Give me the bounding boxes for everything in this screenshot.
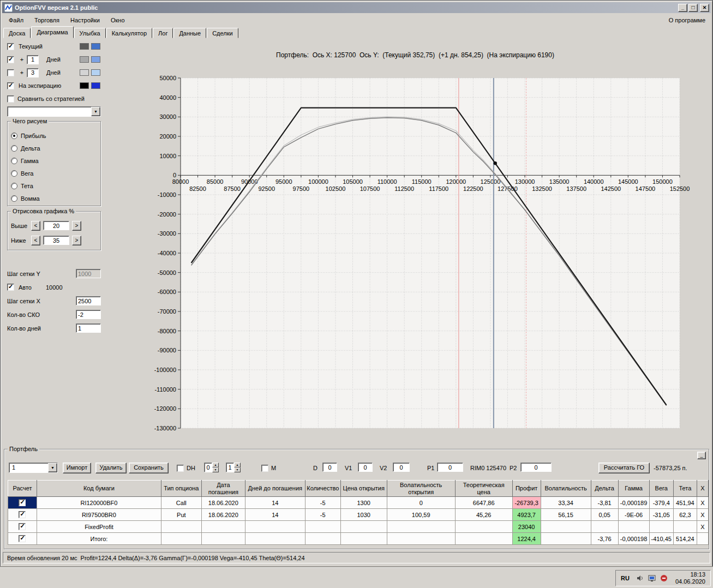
row-select-cell[interactable]: [8, 521, 37, 533]
dh-spin1-input[interactable]: [204, 463, 212, 472]
increase-button[interactable]: [72, 236, 81, 245]
auto-checkbox[interactable]: [7, 284, 14, 291]
v2-input[interactable]: [393, 463, 410, 472]
rim-price-label: RIM0 125470: [470, 463, 506, 473]
days-input[interactable]: [27, 68, 39, 77]
tab-диаграмма[interactable]: Диаграмма: [31, 26, 73, 38]
spin-down-button[interactable]: [212, 467, 219, 472]
display-icon[interactable]: [648, 574, 656, 582]
menu-item[interactable]: Настройки: [65, 15, 105, 25]
maximize-button[interactable]: [688, 4, 698, 12]
draw-option[interactable]: Дельта: [11, 142, 97, 154]
draw-option[interactable]: Тета: [11, 179, 97, 192]
delete-button[interactable]: Удалить: [95, 463, 127, 473]
dropdown-arrow-icon[interactable]: [48, 463, 57, 472]
draw-option[interactable]: Вомма: [11, 192, 97, 205]
increase-button[interactable]: [72, 221, 81, 231]
tab-сделки[interactable]: Сделки: [207, 28, 238, 38]
svg-text:97500: 97500: [293, 185, 310, 192]
dropdown-arrow-icon[interactable]: [91, 107, 100, 116]
tab-данные[interactable]: Данные: [173, 28, 206, 38]
minimize-button[interactable]: [678, 4, 687, 12]
portfolio-selector[interactable]: 1: [9, 463, 58, 473]
row-delete-button[interactable]: X: [697, 521, 708, 533]
svg-text:150000: 150000: [652, 178, 673, 185]
p2-input[interactable]: [520, 463, 552, 472]
d-input[interactable]: [322, 463, 337, 472]
compare-strategy-label: Сравнить со стратегией: [17, 95, 85, 102]
radio-label: Тета: [21, 183, 33, 189]
series-visibility-checkbox[interactable]: [7, 43, 14, 50]
decrease-button[interactable]: [31, 221, 40, 231]
tab-лог[interactable]: Лог: [153, 28, 173, 38]
row-checkbox[interactable]: [19, 523, 26, 530]
p1-input[interactable]: [437, 463, 463, 472]
column-header: Тета: [673, 481, 697, 497]
row-checkbox[interactable]: [19, 511, 26, 518]
row-checkbox[interactable]: [19, 499, 26, 506]
draw-option[interactable]: Гамма: [11, 154, 97, 167]
cell: [201, 533, 245, 545]
dh-checkbox[interactable]: [177, 465, 184, 472]
tab-калькулятор[interactable]: Калькулятор: [106, 28, 152, 38]
decrease-button[interactable]: [31, 236, 40, 245]
close-button[interactable]: [700, 4, 709, 12]
row-checkbox[interactable]: [19, 535, 26, 542]
menu-item[interactable]: Файл: [3, 15, 29, 25]
series-visibility-checkbox[interactable]: [7, 69, 14, 76]
svg-text:102500: 102500: [326, 185, 346, 192]
cell: [541, 521, 591, 533]
menu-about[interactable]: О программе: [664, 15, 710, 25]
strategy-dropdown[interactable]: [7, 106, 101, 117]
menu-item[interactable]: Торговля: [29, 15, 65, 25]
days-input[interactable]: [27, 55, 39, 64]
row-delete-button[interactable]: X: [697, 509, 708, 521]
row-select-cell[interactable]: [8, 533, 37, 545]
tray-clock[interactable]: 18:13 04.06.2020: [675, 571, 705, 585]
column-header: Дней до погашения: [245, 481, 305, 497]
range-above-input[interactable]: [43, 221, 69, 230]
row-select-cell[interactable]: [8, 497, 37, 509]
draw-option[interactable]: Вега: [11, 167, 97, 179]
cell: [201, 521, 245, 533]
row-select-cell[interactable]: [8, 509, 37, 521]
grid-x-input[interactable]: [76, 296, 101, 305]
color-swatch: [80, 82, 89, 89]
v1-input[interactable]: [358, 463, 373, 472]
profit-chart[interactable]: 50000400003000020000100000-10000-20000-3…: [137, 71, 693, 448]
collapse-button[interactable]: _: [697, 452, 706, 459]
calc-margin-button[interactable]: Рассчитать ГО: [598, 463, 650, 473]
speaker-icon[interactable]: [636, 574, 644, 582]
series-visibility-checkbox[interactable]: [7, 82, 14, 89]
m-checkbox[interactable]: [261, 465, 268, 472]
portfolio-table: РасчетКод бумагиТип опционаДата погашени…: [8, 480, 709, 545]
sko-input[interactable]: [76, 310, 101, 319]
cell: 514,24: [673, 533, 697, 545]
spin-up-button[interactable]: [234, 463, 241, 467]
cell: [649, 521, 673, 533]
spin-up-button[interactable]: [212, 463, 219, 467]
series-visibility-checkbox[interactable]: [7, 56, 14, 63]
svg-text:-60000: -60000: [158, 289, 176, 295]
save-button[interactable]: Сохранить: [129, 463, 169, 473]
dh-spin2-input[interactable]: [226, 463, 234, 472]
draw-option[interactable]: Прибыль: [11, 129, 97, 142]
table-row: Итого:1224,4-3,76-0,000198-410,45514,24: [8, 533, 709, 545]
svg-text:135000: 135000: [549, 178, 570, 185]
menu-bar: ФайлТорговляНастройкиОкно О программе: [3, 14, 710, 26]
import-button[interactable]: Импорт: [63, 463, 91, 473]
days-count-input[interactable]: [76, 323, 101, 333]
spin-down-button[interactable]: [234, 467, 241, 472]
menu-item[interactable]: Окно: [105, 15, 130, 25]
v1-label: V1: [345, 463, 352, 473]
svg-text:80000: 80000: [172, 178, 189, 185]
radio-label: Прибыль: [21, 133, 46, 139]
row-delete-button[interactable]: X: [697, 497, 708, 509]
compare-strategy-checkbox[interactable]: [7, 95, 14, 103]
alert-icon[interactable]: [660, 574, 668, 582]
range-below-input[interactable]: [43, 236, 69, 245]
cell: [245, 521, 305, 533]
series-toggle-row: Текущий: [7, 40, 101, 53]
cell: [161, 533, 201, 545]
language-indicator[interactable]: RU: [621, 575, 630, 581]
